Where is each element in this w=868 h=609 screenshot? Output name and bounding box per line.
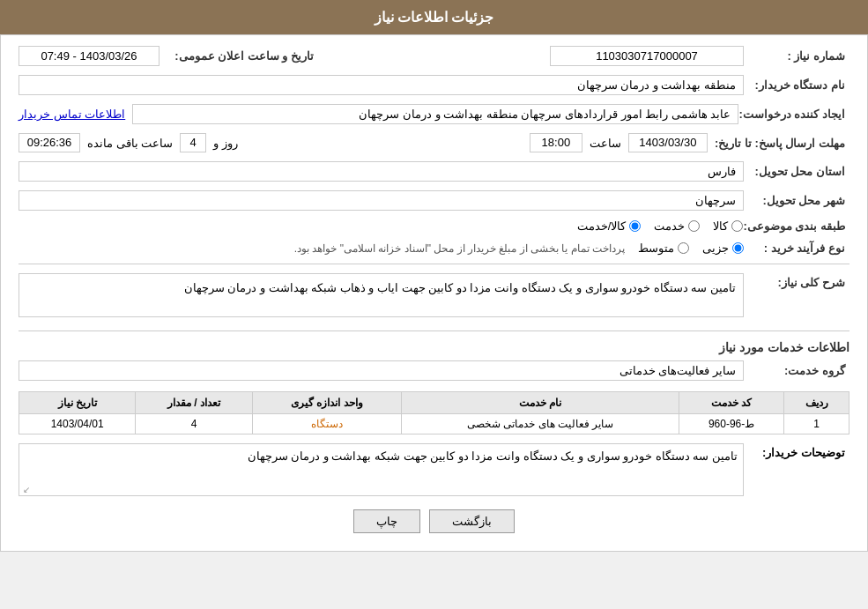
category-radio-group: کالا خدمت کالا/خدمت [19, 219, 743, 233]
services-info-label: اطلاعات خدمات مورد نیاز [19, 340, 849, 354]
need-number-value: 1103030717000007 [550, 46, 744, 66]
col-code: کد خدمت [679, 392, 783, 414]
deadline-remaining: 09:26:36 [19, 133, 80, 152]
col-unit: واحد اندازه گیری [252, 392, 401, 414]
cell-date: 1403/04/01 [19, 414, 136, 434]
cell-unit: دستگاه [252, 414, 401, 434]
general-desc-value: تامین سه دستگاه خودرو سواری و یک دستگاه … [19, 273, 744, 317]
radio-goods-service[interactable]: کالا/خدمت [577, 219, 642, 233]
radio-goods-service-input[interactable] [629, 220, 641, 232]
creator-label: ایجاد کننده درخواست: [738, 108, 849, 121]
buyer-notes-label: توضیحات خریدار: [744, 443, 849, 459]
radio-partial-input[interactable] [732, 242, 744, 254]
response-deadline-label: مهلت ارسال پاسخ: تا تاریخ: [715, 137, 849, 150]
resize-handle: ↙ [21, 485, 30, 494]
service-group-label: گروه خدمت: [744, 364, 849, 377]
province-value: فارس [19, 161, 744, 182]
process-note: پرداخت تمام یا بخشی از مبلغ خریدار از مح… [294, 242, 625, 255]
cell-row: 1 [784, 414, 849, 434]
deadline-remaining-label: ساعت باقی مانده [87, 137, 173, 150]
category-label: طبقه بندی موضوعی: [743, 219, 849, 233]
announce-datetime-label: تاریخ و ساعت اعلان عمومی: [160, 49, 318, 63]
radio-goods-input[interactable] [731, 220, 743, 232]
col-date: تاریخ نیاز [19, 392, 136, 414]
cell-code: ط-96-960 [679, 414, 783, 434]
province-label: استان محل تحویل: [744, 165, 849, 178]
radio-goods-label: کالا [713, 219, 728, 233]
back-button[interactable]: بازگشت [429, 509, 515, 533]
creator-value: عابد هاشمی رابط امور قراردادهای سرچهان م… [132, 104, 738, 124]
process-label: نوع فرآیند خرید : [744, 241, 849, 255]
radio-partial[interactable]: جزیی [702, 241, 744, 255]
cell-name: سایر فعالیت های خدماتی شخصی [402, 414, 679, 434]
radio-service[interactable]: خدمت [654, 219, 700, 233]
radio-goods-service-label: کالا/خدمت [577, 219, 627, 233]
announce-datetime-value: 1403/03/26 - 07:49 [19, 46, 160, 66]
radio-medium-label: متوسط [638, 241, 674, 255]
buyer-notes-value: تامین سه دستگاه خودرو سواری و یک دستگاه … [19, 443, 744, 496]
page-title: جزئیات اطلاعات نیاز [0, 0, 868, 34]
radio-partial-label: جزیی [702, 241, 729, 255]
services-table: ردیف کد خدمت نام خدمت واحد اندازه گیری ت… [19, 391, 849, 434]
city-label: شهر محل تحویل: [744, 194, 849, 207]
contact-link[interactable]: اطلاعات تماس خریدار [19, 108, 125, 121]
radio-medium-input[interactable] [678, 242, 689, 254]
service-group-value: سایر فعالیت‌های خدماتی [19, 360, 744, 381]
radio-service-label: خدمت [654, 219, 685, 233]
deadline-time-label: ساعت [590, 137, 621, 150]
col-row: ردیف [784, 392, 849, 414]
print-button[interactable]: چاپ [353, 509, 420, 533]
col-name: نام خدمت [402, 392, 679, 414]
city-value: سرچهان [19, 190, 744, 211]
deadline-time: 18:00 [530, 133, 582, 152]
cell-qty: 4 [136, 414, 252, 434]
radio-medium[interactable]: متوسط [638, 241, 689, 255]
table-row: 1 ط-96-960 سایر فعالیت های خدماتی شخصی د… [19, 414, 849, 434]
buyer-name-value: منطقه بهداشت و درمان سرچهان [19, 75, 744, 95]
deadline-days: 4 [180, 133, 206, 152]
radio-service-input[interactable] [688, 220, 700, 232]
radio-goods[interactable]: کالا [713, 219, 743, 233]
buyer-name-label: نام دستگاه خریدار: [744, 78, 849, 92]
deadline-date: 1403/03/30 [628, 133, 708, 152]
need-number-label: شماره نیاز : [744, 49, 849, 63]
buttons-row: بازگشت چاپ [19, 509, 849, 533]
col-qty: تعداد / مقدار [136, 392, 252, 414]
process-radio-group: جزیی متوسط پرداخت تمام یا بخشی از مبلغ خ… [19, 241, 744, 255]
general-desc-label: شرح کلی نیاز: [744, 273, 849, 289]
deadline-days-label: روز و [213, 137, 238, 150]
